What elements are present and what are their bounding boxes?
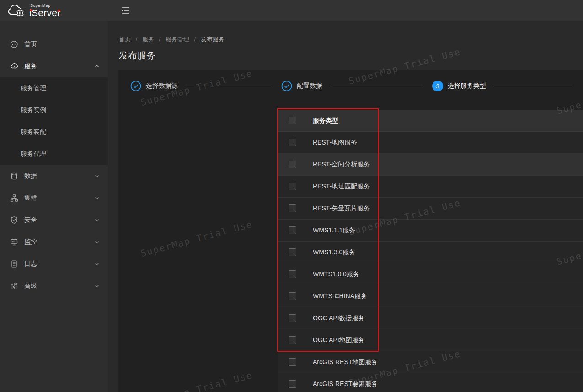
step-number-badge: 3: [432, 81, 443, 91]
row-label: WMS1.1.1服务: [313, 226, 355, 235]
row-checkbox[interactable]: [289, 270, 296, 278]
sidebar-subitem-service-proxy[interactable]: 服务代理: [0, 143, 108, 165]
document-icon: [10, 260, 18, 268]
row-checkbox[interactable]: [289, 183, 296, 190]
table-row[interactable]: WMTS-CHINA服务: [278, 285, 583, 307]
table-row[interactable]: REST-地址匹配服务: [278, 176, 583, 198]
sidebar-item-label: 首页: [24, 40, 37, 48]
table-row[interactable]: OGC API数据服务: [278, 307, 583, 329]
breadcrumb-publish-service: 发布服务: [201, 36, 225, 43]
sidebar: 首页 服务 服务管理 服务实例 服务装配 服务代理: [0, 21, 108, 392]
breadcrumb-home[interactable]: 首页: [119, 36, 131, 43]
row-label: WMTS-CHINA服务: [313, 292, 367, 301]
sliders-icon: [10, 282, 18, 290]
brand-red-dot: [30, 9, 32, 11]
sidebar-item-monitor[interactable]: 监控: [0, 231, 108, 253]
table-row[interactable]: OGC API地图服务: [278, 329, 583, 351]
sidebar-subitem-label: 服务代理: [21, 150, 46, 158]
table-row[interactable]: REST-空间分析服务: [278, 154, 583, 176]
row-checkbox[interactable]: [289, 161, 296, 168]
wizard-steps: 选择数据源 配置数据 3 选择服务类型: [118, 70, 583, 91]
step-check-icon: [130, 81, 141, 91]
chevron-down-icon: [94, 195, 100, 201]
row-label: ArcGIS REST地图服务: [313, 358, 378, 366]
page-title: 发布服务: [119, 49, 155, 62]
breadcrumb-separator: /: [136, 36, 138, 43]
sidebar-collapse-icon[interactable]: [120, 6, 130, 15]
sidebar-item-security[interactable]: 安全: [0, 209, 108, 231]
content-area: 首页 / 服务 / 服务管理 / 发布服务 发布服务 选择数据源: [108, 21, 583, 392]
chevron-down-icon: [94, 283, 100, 289]
table-row[interactable]: REST-地图服务: [278, 132, 583, 154]
step-label: 选择服务类型: [448, 82, 486, 90]
monitor-icon: [10, 238, 18, 246]
table-row[interactable]: ArcGIS REST要素服务: [278, 373, 583, 392]
table-row[interactable]: WMS1.1.1服务: [278, 220, 583, 242]
wizard-step-1: 选择数据源: [130, 81, 281, 91]
wizard-step-2: 配置数据: [281, 81, 432, 91]
brand-text: SuperMap iServer: [29, 4, 61, 17]
top-bar: SuperMap iServer: [0, 0, 583, 21]
breadcrumb: 首页 / 服务 / 服务管理 / 发布服务: [119, 35, 225, 43]
row-label: REST-矢量瓦片服务: [313, 204, 370, 213]
shield-check-icon: [10, 216, 18, 224]
row-checkbox[interactable]: [289, 380, 296, 388]
sidebar-item-advanced[interactable]: 高级: [0, 275, 108, 297]
database-icon: [10, 172, 18, 180]
chevron-down-icon: [94, 173, 100, 179]
row-checkbox[interactable]: [289, 336, 296, 344]
row-checkbox[interactable]: [289, 314, 296, 322]
sidebar-subitem-service-management[interactable]: 服务管理: [0, 77, 108, 99]
step-label: 配置数据: [297, 82, 322, 90]
select-all-checkbox[interactable]: [289, 117, 296, 124]
row-label: OGC API数据服务: [313, 314, 365, 322]
sidebar-item-label: 集群: [24, 194, 37, 202]
row-label: OGC API地图服务: [313, 336, 365, 344]
sidebar-subitem-service-assembly[interactable]: 服务装配: [0, 121, 108, 143]
sidebar-subitem-service-instances[interactable]: 服务实例: [0, 99, 108, 121]
chevron-down-icon: [94, 261, 100, 267]
cloud-globe-logo-icon: [6, 3, 26, 18]
sidebar-item-home[interactable]: 首页: [0, 33, 108, 55]
table-row[interactable]: REST-矢量瓦片服务: [278, 198, 583, 220]
step-connector: [330, 86, 422, 86]
breadcrumb-service-management[interactable]: 服务管理: [166, 36, 189, 43]
sidebar-item-data[interactable]: 数据: [0, 165, 108, 187]
sidebar-subitem-label: 服务管理: [21, 84, 46, 92]
table-row[interactable]: WMS1.3.0服务: [278, 242, 583, 263]
chevron-up-icon: [94, 64, 100, 69]
breadcrumb-services[interactable]: 服务: [142, 36, 154, 43]
sidebar-item-logs[interactable]: 日志: [0, 253, 108, 275]
sidebar-item-label: 服务: [24, 62, 37, 70]
service-type-table: 服务类型 REST-地图服务 REST-空间分析服务 REST-地址匹配服务 R…: [278, 110, 583, 392]
row-checkbox[interactable]: [289, 204, 296, 212]
chevron-down-icon: [94, 217, 100, 223]
step-check-icon: [281, 81, 292, 91]
row-label: WMS1.3.0服务: [313, 248, 355, 257]
step-connector: [493, 86, 573, 86]
sidebar-item-cluster[interactable]: 集群: [0, 187, 108, 209]
row-checkbox[interactable]: [289, 358, 296, 366]
table-header-label: 服务类型: [313, 117, 338, 125]
sidebar-subitem-label: 服务装配: [21, 128, 46, 136]
services-submenu: 服务管理 服务实例 服务装配 服务代理: [0, 77, 108, 165]
row-checkbox[interactable]: [289, 226, 296, 234]
sidebar-item-services[interactable]: 服务: [0, 55, 108, 77]
row-label: ArcGIS REST要素服务: [313, 380, 378, 388]
row-label: REST-地址匹配服务: [313, 183, 370, 191]
table-row[interactable]: ArcGIS REST地图服务: [278, 351, 583, 373]
app-logo[interactable]: SuperMap iServer: [6, 3, 61, 18]
cluster-icon: [10, 194, 18, 202]
chevron-down-icon: [94, 239, 100, 245]
row-checkbox[interactable]: [289, 139, 296, 146]
step-connector: [185, 86, 271, 86]
row-checkbox[interactable]: [289, 292, 296, 300]
step-label: 选择数据源: [146, 82, 178, 90]
table-row[interactable]: WMTS1.0.0服务: [278, 263, 583, 285]
sidebar-item-label: 安全: [24, 216, 37, 224]
row-checkbox[interactable]: [289, 248, 296, 256]
row-label: REST-地图服务: [313, 139, 357, 147]
sidebar-item-label: 高级: [24, 282, 37, 290]
brand-iserver: iServer: [29, 7, 61, 18]
sidebar-subitem-label: 服务实例: [21, 106, 46, 114]
